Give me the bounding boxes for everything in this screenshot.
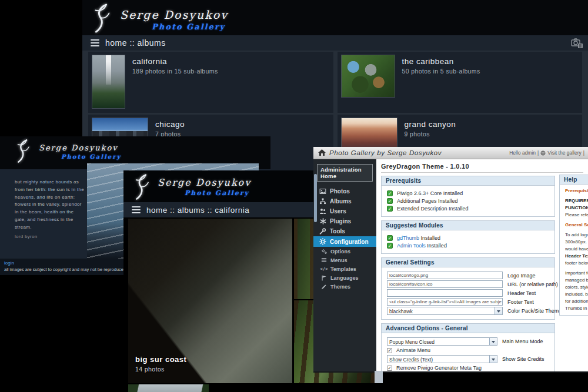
chevron-down-icon[interactable] bbox=[495, 307, 502, 314]
dancer-logo-icon bbox=[89, 3, 114, 33]
module-status: Installed bbox=[419, 235, 440, 241]
sidebar-item-users[interactable]: Users bbox=[313, 206, 376, 216]
logo-image-input[interactable]: local/icon/logo.png bbox=[387, 272, 503, 279]
photo-big-sur[interactable]: big sur coast 14 photos bbox=[128, 219, 292, 383]
albums-icon bbox=[319, 198, 326, 205]
sidebar-item-options[interactable]: Options bbox=[313, 247, 376, 256]
help-line: REQUIREMEN bbox=[565, 197, 588, 205]
album-title[interactable]: grand canyon bbox=[405, 120, 456, 129]
select-value: Show Credits (Text) bbox=[389, 357, 433, 363]
desktop: Serge Dosyukov Photo Gallery home :: alb… bbox=[0, 0, 588, 392]
templates-code-icon: </> bbox=[320, 266, 328, 272]
sidebar-item-label: Albums bbox=[330, 198, 352, 205]
header-text-input[interactable] bbox=[387, 289, 503, 297]
green-check-icon: ✓ bbox=[387, 206, 393, 212]
visit-gallery-link[interactable]: Visit the gallery bbox=[547, 150, 581, 156]
help-line: Important feat bbox=[565, 270, 588, 277]
sidebar-item-themes[interactable]: Themes bbox=[313, 282, 376, 291]
help-line: managed by Ac bbox=[565, 277, 588, 284]
help-line: General Settin bbox=[565, 222, 588, 229]
admin-app-title: Photo Gallery by Serge Dosyukov bbox=[329, 149, 442, 156]
section-header: Advanced Options - General bbox=[382, 324, 554, 333]
album-title[interactable]: the caribbean bbox=[402, 57, 480, 66]
prereq-label: Additional Pages Installed bbox=[397, 198, 458, 204]
help-line: colors, styles, t bbox=[565, 284, 588, 291]
help-line: To add logo spe bbox=[565, 232, 588, 239]
sidebar-item-albums[interactable]: Albums bbox=[313, 196, 376, 206]
scrollbar-thumb[interactable] bbox=[314, 174, 317, 222]
menu-icon[interactable] bbox=[132, 205, 141, 215]
favicon-input[interactable]: local/icon/favicon.ico bbox=[387, 280, 503, 288]
home-icon[interactable] bbox=[318, 149, 326, 156]
sidebar-item-label: Plugins bbox=[330, 218, 351, 225]
gdthumb-link[interactable]: gdThumb bbox=[397, 235, 419, 241]
scrollbar-corner[interactable] bbox=[375, 371, 383, 383]
prereq-label: Piwigo 2.6.3+ Core Installed bbox=[397, 190, 463, 196]
sidebar-item-languages[interactable]: Languages bbox=[313, 273, 376, 282]
album-card-california[interactable]: california 189 photos in 15 sub-albums bbox=[88, 52, 333, 113]
themes-pencil-icon bbox=[320, 284, 328, 290]
chevron-down-icon[interactable] bbox=[489, 356, 497, 363]
sidebar-item-templates[interactable]: </> Templates bbox=[313, 264, 376, 273]
form-row: Popup Menu Closed Main Menu Mode bbox=[387, 337, 549, 346]
login-link[interactable]: login bbox=[4, 260, 14, 266]
album-title[interactable]: chicago bbox=[155, 120, 185, 129]
section-header: Prerequisits bbox=[382, 176, 554, 186]
calendar-camera-icon[interactable] bbox=[570, 37, 583, 49]
sidebar-item-label: Menus bbox=[330, 257, 348, 263]
chevron-down-icon[interactable] bbox=[489, 338, 497, 345]
sidebar-item-tools[interactable]: Tools bbox=[313, 226, 376, 236]
help-line: 300x80px. If yo bbox=[565, 239, 588, 246]
footer-text-input[interactable]: <ul class="g-inline g-link-list"><li>All… bbox=[387, 298, 503, 306]
help-line: FUNCTION PR bbox=[565, 205, 588, 212]
green-check-icon: ✓ bbox=[387, 243, 393, 249]
window-admin: Photo Gallery by Serge Dosyukov Hello ad… bbox=[313, 147, 588, 373]
album-card-caribbean[interactable]: the caribbean 50 photos in 5 sub-albums bbox=[338, 52, 583, 113]
album-count: 9 photos bbox=[405, 130, 456, 138]
album-title[interactable]: california bbox=[132, 57, 218, 66]
section-header: Suggested Modules bbox=[382, 221, 554, 230]
main-menu-mode-select[interactable]: Popup Menu Closed bbox=[387, 337, 497, 346]
site-subtitle: Photo Gallery bbox=[185, 189, 249, 197]
help-line: for additional in bbox=[565, 298, 588, 305]
album-thumb-california[interactable] bbox=[92, 55, 125, 109]
photo-yosemite-thumb[interactable] bbox=[128, 384, 209, 392]
separator: | bbox=[583, 150, 584, 156]
site-credits-select[interactable]: Show Credits (Text) bbox=[387, 355, 497, 363]
form-row: Header Text bbox=[387, 289, 549, 297]
form-row: local/icon/logo.png Logo Image bbox=[387, 272, 549, 279]
green-check-icon: ✓ bbox=[387, 198, 393, 204]
checkbox-checked-icon[interactable]: ✓ bbox=[387, 348, 392, 353]
menu-icon[interactable] bbox=[91, 38, 99, 48]
breadcrumb[interactable]: home :: albums bbox=[105, 38, 166, 48]
site-title: Serge Dosyukov bbox=[120, 8, 228, 21]
checkbox-row[interactable]: ✓ Remove Piwigo Generator Meta Tag bbox=[387, 365, 549, 371]
tools-icon bbox=[319, 228, 326, 234]
section-prerequisites: Prerequisits ✓ Piwigo 2.6.3+ Core Instal… bbox=[381, 176, 555, 217]
sidebar-item-photos[interactable]: Photos bbox=[313, 186, 376, 196]
album-count: 189 photos in 15 sub-albums bbox=[132, 68, 218, 75]
sidebar-item-menus[interactable]: Menus bbox=[313, 256, 376, 264]
module-row: ✓ gdThumb Installed bbox=[387, 235, 549, 241]
site-subtitle: Photo Gallery bbox=[61, 153, 121, 160]
sidebar-item-configuration[interactable]: Configuration bbox=[313, 236, 376, 247]
sidebar-item-label: Photos bbox=[330, 188, 350, 195]
form-row: Show Credits (Text) Show Site Credits bbox=[387, 355, 549, 363]
sidebar-item-label: Users bbox=[330, 208, 346, 215]
breadcrumb[interactable]: home :: albums :: california bbox=[146, 206, 249, 215]
globe-icon bbox=[540, 150, 546, 156]
section-advanced-general: Advanced Options - General Popup Menu Cl… bbox=[381, 323, 555, 371]
album-thumb-grand-canyon[interactable] bbox=[341, 118, 397, 151]
admin-greeting: Hello admin bbox=[509, 150, 536, 156]
section-help: Help Prerequisites REQUIREMEN FUNCTION P… bbox=[559, 175, 588, 316]
admin-home-button[interactable]: Administration Home bbox=[317, 164, 373, 182]
admin-tools-link[interactable]: Admin Tools bbox=[397, 243, 426, 249]
checkbox-row[interactable]: ✓ Animate Menu bbox=[387, 347, 549, 353]
prereq-row: ✓ Piwigo 2.6.3+ Core Installed bbox=[387, 190, 549, 196]
separator: | bbox=[537, 150, 539, 156]
sidebar-item-plugins[interactable]: Plugins bbox=[313, 216, 376, 226]
color-pack-select[interactable]: blackhawk bbox=[387, 307, 503, 315]
section-header: General Settings bbox=[382, 258, 554, 267]
checkbox-checked-icon[interactable]: ✓ bbox=[387, 366, 392, 371]
album-thumb-caribbean[interactable] bbox=[341, 55, 395, 98]
